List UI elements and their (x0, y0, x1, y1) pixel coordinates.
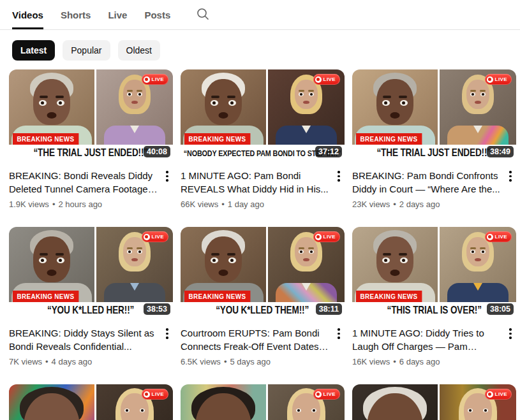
live-dot-icon (487, 76, 493, 83)
thumbnail-left-panel (352, 384, 438, 420)
duration-badge: 38:11 (316, 303, 342, 315)
left-person-figure (352, 384, 438, 420)
tab-live[interactable]: Live (108, 0, 127, 29)
video-title[interactable]: BREAKING: Diddy Stays Silent as Bondi Re… (9, 326, 158, 353)
upload-age: 2 days ago (399, 199, 440, 209)
thumbnail-left-panel (181, 384, 266, 420)
duration-badge: 38:49 (487, 146, 514, 157)
view-count: 1.9K views (9, 199, 49, 209)
video-thumbnail[interactable]: “THIS TRIAL IS OVER!” BREAKING NEWS LIVE… (352, 227, 516, 319)
video-title[interactable]: 1 MINUTE AGO: Diddy Tries to Laugh Off C… (352, 326, 501, 353)
live-badge: LIVE (485, 74, 512, 85)
video-title[interactable]: Courtroom ERUPTS: Pam Bondi Connects Fre… (181, 326, 329, 353)
tab-shorts[interactable]: Shorts (61, 0, 91, 29)
video-card: “THE TRIAL JUST ENDED!!” BREAKING NEWS L… (352, 69, 516, 209)
video-thumbnail[interactable]: LIVE (9, 384, 173, 420)
filter-chip-latest[interactable]: Latest (12, 40, 55, 61)
filter-chip-popular[interactable]: Popular (63, 40, 110, 61)
tab-videos[interactable]: Videos (12, 0, 43, 29)
video-title[interactable]: 1 MINUTE AGO: Pam Bondi REVEALS What Did… (181, 169, 329, 196)
duration-badge: 37:12 (315, 146, 342, 157)
videos-grid: “THE TRIAL JUST ENDED!!” BREAKING NEWS L… (9, 69, 520, 420)
live-dot-icon (315, 391, 322, 398)
view-count: 6.5K views (181, 357, 221, 366)
live-dot-icon (144, 391, 150, 398)
video-meta: 23K views•2 days ago (352, 199, 516, 209)
video-card: “YOU K*LLED THEM!!” BREAKING NEWS LIVE 3… (181, 227, 345, 366)
video-card: LIVE (352, 384, 516, 420)
live-badge: LIVE (485, 231, 512, 242)
thumbnail-left-panel (9, 384, 94, 420)
live-badge: LIVE (313, 74, 340, 85)
video-title[interactable]: BREAKING: Pam Bondi Confronts Diddy in C… (352, 169, 501, 196)
video-menu-button[interactable] (505, 169, 516, 187)
duration-badge: 40:08 (144, 146, 170, 157)
sort-filter-bar: Latest Popular Oldest (12, 40, 520, 61)
video-menu-button[interactable] (333, 169, 345, 187)
upload-age: 5 days ago (230, 357, 271, 366)
left-person-figure (181, 384, 266, 420)
breaking-news-banner: BREAKING NEWS (356, 291, 422, 302)
video-menu-button[interactable] (161, 169, 173, 187)
live-dot-icon (144, 234, 150, 240)
view-count: 16K views (352, 357, 390, 366)
video-meta: 1.9K views•2 hours ago (9, 199, 173, 209)
video-menu-button[interactable] (161, 326, 173, 344)
live-badge: LIVE (313, 231, 340, 242)
video-thumbnail[interactable]: “YOU K*LLED HER!!” BREAKING NEWS LIVE 38… (9, 227, 173, 319)
live-badge: LIVE (142, 389, 168, 400)
upload-age: 2 hours ago (58, 199, 102, 209)
video-thumbnail[interactable]: “YOU K*LLED THEM!!” BREAKING NEWS LIVE 3… (181, 227, 345, 319)
search-icon (196, 7, 210, 23)
video-card: “THIS TRIAL IS OVER!” BREAKING NEWS LIVE… (352, 227, 516, 366)
video-meta: 16K views•6 days ago (352, 357, 516, 366)
video-card: “YOU K*LLED HER!!” BREAKING NEWS LIVE 38… (9, 227, 173, 366)
live-dot-icon (144, 76, 150, 83)
live-badge: LIVE (142, 74, 168, 85)
video-thumbnail[interactable]: LIVE (181, 384, 345, 420)
video-thumbnail[interactable]: “THE TRIAL JUST ENDED!!” BREAKING NEWS L… (352, 69, 516, 161)
tab-posts[interactable]: Posts (144, 0, 170, 29)
upload-age: 1 day ago (228, 199, 264, 209)
video-thumbnail[interactable]: LIVE (352, 384, 516, 420)
view-count: 7K views (9, 357, 42, 366)
video-card: LIVE (181, 384, 345, 420)
view-count: 23K views (352, 199, 390, 209)
live-badge: LIVE (142, 231, 168, 242)
left-person-figure (9, 384, 94, 420)
video-card: LIVE (9, 384, 173, 420)
live-dot-icon (487, 234, 493, 240)
channel-search-button[interactable] (196, 0, 210, 29)
breaking-news-banner: BREAKING NEWS (13, 291, 78, 302)
video-card: “NOBODY EXPECTED PAM BONDI TO STEP IN!!”… (181, 69, 345, 209)
live-badge: LIVE (485, 389, 512, 400)
video-meta: 6.5K views•5 days ago (181, 357, 345, 366)
view-count: 66K views (181, 199, 218, 209)
upload-age: 6 days ago (399, 357, 440, 366)
live-dot-icon (487, 391, 493, 398)
live-dot-icon (315, 76, 322, 83)
breaking-news-banner: BREAKING NEWS (184, 133, 250, 145)
video-thumbnail[interactable]: “THE TRIAL JUST ENDED!!” BREAKING NEWS L… (9, 69, 173, 161)
live-dot-icon (315, 234, 322, 240)
video-title[interactable]: BREAKING: Bondi Reveals Diddy Deleted Tu… (9, 169, 158, 196)
upload-age: 4 days ago (52, 357, 93, 366)
video-card: “THE TRIAL JUST ENDED!!” BREAKING NEWS L… (9, 69, 173, 209)
breaking-news-banner: BREAKING NEWS (13, 133, 78, 145)
video-thumbnail[interactable]: “NOBODY EXPECTED PAM BONDI TO STEP IN!!”… (181, 69, 345, 161)
video-meta: 66K views•1 day ago (181, 199, 345, 209)
duration-badge: 38:53 (144, 303, 170, 315)
video-meta: 7K views•4 days ago (9, 357, 173, 366)
breaking-news-banner: BREAKING NEWS (356, 133, 422, 145)
breaking-news-banner: BREAKING NEWS (184, 291, 250, 302)
channel-tab-bar: Videos Shorts Live Posts (0, 0, 520, 30)
video-menu-button[interactable] (505, 326, 516, 344)
duration-badge: 38:05 (487, 303, 514, 315)
filter-chip-oldest[interactable]: Oldest (118, 40, 160, 61)
live-badge: LIVE (313, 389, 340, 400)
video-menu-button[interactable] (333, 326, 345, 344)
